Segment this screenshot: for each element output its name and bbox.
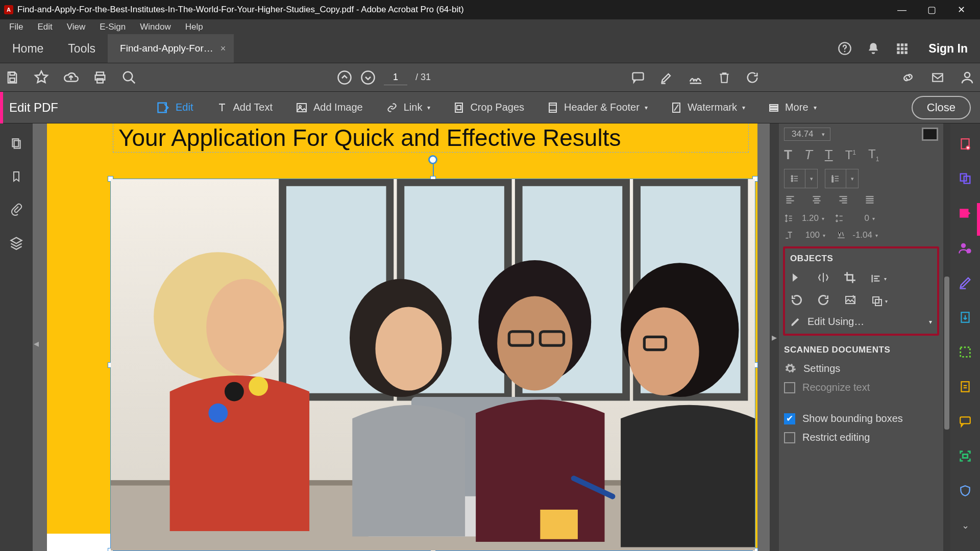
help-icon[interactable]: [830, 34, 859, 63]
add-text-button[interactable]: Add Text: [210, 98, 279, 117]
font-size-select[interactable]: 34.74▾: [784, 128, 830, 141]
collapse-right-icon[interactable]: ▸: [770, 123, 779, 551]
rotate-cw-icon[interactable]: [817, 293, 830, 309]
minimize-button[interactable]: —: [887, 0, 917, 19]
panel-scrollbar[interactable]: [943, 123, 950, 551]
italic-icon[interactable]: T: [804, 147, 813, 163]
bulleted-list-button[interactable]: [784, 169, 805, 188]
share-link-icon[interactable]: [900, 70, 916, 85]
underline-icon[interactable]: T: [825, 147, 833, 163]
email-icon[interactable]: [930, 71, 945, 84]
rotation-handle[interactable]: [428, 155, 437, 164]
line-spacing-control[interactable]: 1.20▾: [784, 213, 824, 224]
align-left-icon[interactable]: [784, 194, 796, 207]
attachments-icon[interactable]: [10, 202, 22, 219]
selected-image-object[interactable]: [110, 179, 755, 551]
apps-grid-icon[interactable]: [888, 34, 916, 63]
recognize-text-checkbox[interactable]: Recognize text: [784, 382, 938, 393]
arrange-icon[interactable]: ▾: [871, 295, 888, 307]
page-number-input[interactable]: [384, 70, 407, 85]
sign-in-button[interactable]: Sign In: [916, 34, 980, 63]
restrict-editing-checkbox[interactable]: Restrict editing: [784, 432, 938, 443]
close-window-button[interactable]: ✕: [946, 0, 976, 19]
tab-document[interactable]: Find-and-Apply-For… ×: [108, 34, 234, 63]
watermark-button[interactable]: Watermark▾: [664, 97, 751, 118]
sign-icon[interactable]: [688, 70, 703, 85]
layers-icon[interactable]: [9, 236, 23, 252]
combine-files-icon[interactable]: [950, 167, 980, 190]
menu-view[interactable]: View: [61, 20, 92, 34]
add-image-button[interactable]: Add Image: [289, 98, 369, 117]
bold-icon[interactable]: T: [784, 147, 792, 163]
menu-window[interactable]: Window: [134, 20, 177, 34]
page-up-icon[interactable]: [337, 70, 352, 85]
crop-icon[interactable]: [843, 271, 856, 286]
app-icon: A: [4, 5, 13, 14]
superscript-icon[interactable]: T1: [845, 148, 856, 162]
edit-pdf-rail-icon[interactable]: [950, 202, 980, 224]
numbered-list-button[interactable]: 123: [825, 169, 846, 188]
align-right-icon[interactable]: [837, 194, 849, 207]
scrollbar-thumb[interactable]: [944, 277, 949, 430]
document-canvas[interactable]: Your Application For Quick and Effective…: [33, 123, 770, 551]
edit-using-dropdown[interactable]: Edit Using… ▾: [790, 316, 932, 328]
maximize-button[interactable]: ▢: [917, 0, 946, 19]
numbered-list-dropdown[interactable]: ▾: [846, 169, 859, 188]
print-icon[interactable]: [93, 70, 107, 85]
subscript-icon[interactable]: T1: [868, 147, 879, 163]
account-icon[interactable]: [960, 70, 975, 85]
document-heading[interactable]: Your Application For Quick and Effective…: [113, 123, 748, 152]
thumbnails-icon[interactable]: [10, 137, 23, 153]
horizontal-scale-control[interactable]: 100▾: [784, 230, 825, 240]
send-comments-icon[interactable]: [950, 375, 980, 398]
comment-rail-icon[interactable]: [950, 410, 980, 433]
page-down-icon[interactable]: [360, 70, 376, 85]
tab-close-icon[interactable]: ×: [220, 43, 226, 54]
flip-vertical-icon[interactable]: [817, 271, 830, 286]
paragraph-spacing-control[interactable]: 0▾: [835, 213, 875, 224]
rotate-ccw-icon[interactable]: [790, 293, 803, 309]
notifications-icon[interactable]: [859, 34, 888, 63]
scan-ocr-icon[interactable]: [950, 445, 980, 467]
bookmarks-icon[interactable]: [10, 169, 22, 186]
comment-icon[interactable]: [631, 70, 645, 85]
char-spacing-control[interactable]: -1.04▾: [836, 230, 878, 240]
more-button[interactable]: More▾: [762, 98, 823, 117]
highlight-icon[interactable]: [659, 70, 674, 85]
edit-tool-button[interactable]: Edit: [150, 97, 199, 118]
link-button[interactable]: Link▾: [379, 98, 437, 117]
menu-help[interactable]: Help: [179, 20, 209, 34]
align-center-icon[interactable]: [811, 194, 823, 207]
bulleted-list-dropdown[interactable]: ▾: [805, 169, 818, 188]
save-icon[interactable]: [5, 70, 19, 85]
request-signatures-icon[interactable]: [950, 237, 980, 259]
text-color-swatch[interactable]: [922, 128, 938, 141]
more-tools-icon[interactable]: ⌄: [950, 514, 980, 537]
fill-sign-icon[interactable]: [950, 271, 980, 294]
svg-rect-2: [897, 43, 900, 46]
flip-horizontal-icon[interactable]: [790, 271, 803, 286]
tab-tools[interactable]: Tools: [56, 34, 108, 63]
show-bounding-boxes-checkbox[interactable]: ✔ Show bounding boxes: [784, 413, 938, 424]
menu-file[interactable]: File: [3, 20, 29, 34]
crop-pages-button[interactable]: Crop Pages: [447, 97, 530, 118]
tab-home[interactable]: Home: [0, 34, 56, 63]
align-objects-icon[interactable]: ▾: [870, 273, 887, 284]
export-pdf-icon[interactable]: [950, 306, 980, 329]
create-pdf-icon[interactable]: [950, 133, 980, 155]
zoom-icon[interactable]: [121, 70, 137, 85]
protect-icon[interactable]: [950, 480, 980, 502]
replace-image-icon[interactable]: [843, 294, 857, 308]
align-justify-icon[interactable]: [864, 194, 876, 207]
menu-edit[interactable]: Edit: [31, 20, 58, 34]
close-edit-button[interactable]: Close: [912, 96, 971, 119]
organize-pages-icon[interactable]: [950, 341, 980, 363]
settings-button[interactable]: Settings: [784, 362, 938, 374]
menu-esign[interactable]: E-Sign: [93, 20, 132, 34]
header-footer-button[interactable]: Header & Footer▾: [541, 97, 654, 118]
star-icon[interactable]: [34, 70, 49, 85]
collapse-left-icon[interactable]: ◂: [34, 337, 39, 349]
cloud-upload-icon[interactable]: [63, 70, 79, 85]
delete-icon[interactable]: [718, 70, 731, 85]
rotate-icon[interactable]: [745, 70, 760, 85]
